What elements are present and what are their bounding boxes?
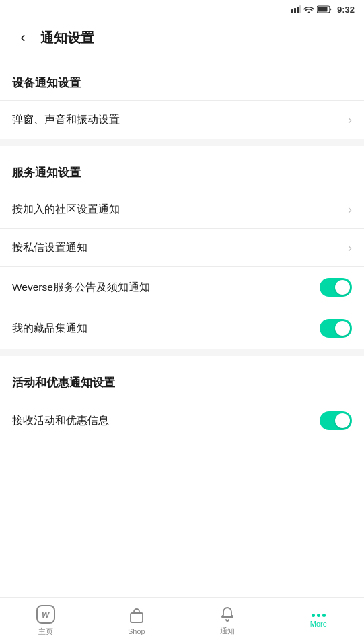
page-title: 通知设置 [40,29,94,47]
status-icons: 9:32 [291,5,355,15]
bell-icon [219,606,236,623]
menu-item-label: 我的藏品集通知 [12,322,320,336]
block-divider [0,349,364,356]
wifi-icon [303,5,314,13]
activity-toggle[interactable] [320,411,352,430]
block-divider [0,139,364,146]
svg-rect-3 [299,5,301,13]
time-display: 9:32 [337,5,355,15]
section-service: 服务通知设置 按加入的社区设置通知 › 按私信设置通知 › Weverse服务公… [0,146,364,349]
svg-rect-0 [291,9,293,13]
chevron-right-icon: › [348,113,352,127]
nav-label-more: More [310,620,327,628]
section-service-title: 服务通知设置 [0,146,364,190]
menu-item-activity-info: 接收活动和优惠信息 [0,400,364,441]
menu-item-label: 按加入的社区设置通知 [12,203,348,217]
toggle-thumb [335,280,350,295]
menu-item-label: Weverse服务公告及须知通知 [12,281,320,295]
nav-item-home[interactable]: w 主页 [0,598,91,644]
nav-label-notify: 通知 [220,626,235,636]
more-dots-icon [312,614,326,617]
section-device-title: 设备通知设置 [0,57,364,100]
back-icon: ‹ [20,30,25,45]
nav-label-shop: Shop [128,627,145,635]
nav-item-more[interactable]: More [273,598,364,644]
divider [0,441,364,441]
shop-icon [128,607,145,624]
home-icon: w [36,605,55,624]
weverse-announce-toggle[interactable] [320,278,352,297]
menu-item-label: 按私信设置通知 [12,241,348,255]
bottom-nav: w 主页 Shop 通知 More [0,597,364,644]
menu-item-label: 接收活动和优惠信息 [12,414,320,428]
menu-item-label: 弹窗、声音和振动设置 [12,113,348,127]
content-area: 设备通知设置 弹窗、声音和振动设置 › 服务通知设置 按加入的社区设置通知 › … [0,57,364,489]
dot2 [317,614,320,617]
menu-item-popup-sound[interactable]: 弹窗、声音和振动设置 › [0,101,364,139]
toggle-thumb [335,321,350,336]
back-button[interactable]: ‹ [11,26,35,50]
menu-item-community[interactable]: 按加入的社区设置通知 › [0,190,364,228]
toggle-thumb [335,413,350,428]
menu-item-dm[interactable]: 按私信设置通知 › [0,229,364,266]
svg-rect-2 [297,7,299,13]
menu-item-collection: 我的藏品集通知 [0,308,364,349]
signal-icon [291,5,301,13]
collection-toggle[interactable] [320,319,352,338]
svg-rect-5 [318,7,327,12]
chevron-right-icon: › [348,241,352,255]
page-header: ‹ 通知设置 [0,19,364,57]
nav-label-home: 主页 [38,627,53,637]
nav-item-notify[interactable]: 通知 [182,598,273,644]
status-bar: 9:32 [0,0,364,19]
section-device: 设备通知设置 弹窗、声音和振动设置 › [0,57,364,139]
svg-rect-1 [294,8,296,13]
dot1 [312,614,315,617]
nav-item-shop[interactable]: Shop [91,598,182,644]
menu-item-weverse-announce: Weverse服务公告及须知通知 [0,267,364,308]
chevron-right-icon: › [348,203,352,217]
battery-icon [317,5,332,13]
section-activity: 活动和优惠通知设置 接收活动和优惠信息 [0,356,364,441]
dot3 [322,614,326,617]
section-activity-title: 活动和优惠通知设置 [0,356,364,400]
svg-rect-6 [131,613,143,622]
